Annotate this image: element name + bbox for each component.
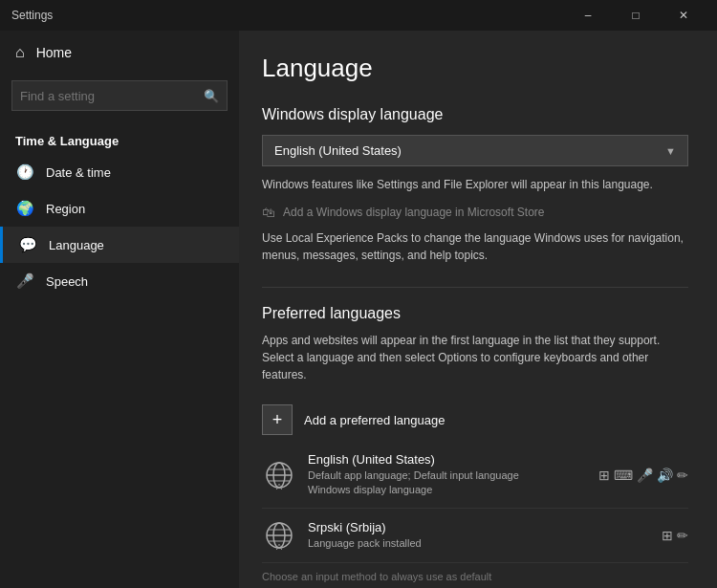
lang-subtitle-english: Default app language; Default input lang… [308,468,587,498]
search-container: 🔍 [0,75,239,124]
titlebar: Settings – □ ✕ [0,0,717,31]
display-lang-description: Windows features like Settings and File … [262,176,688,193]
search-icon: 🔍 [204,89,219,103]
content-area: Language Windows display language Englis… [239,31,717,588]
preferred-lang-description: Apps and websites will appear in the fir… [262,332,688,383]
region-icon: 🌍 [15,200,34,217]
search-box[interactable]: 🔍 [11,80,228,111]
mic-icon: 🎤 [637,468,653,483]
keyboard-icon: ⌨ [614,468,633,483]
store-link-text: Add a Windows display language in Micros… [283,206,544,219]
language-item-english[interactable]: A English (United States) Default app la… [262,443,688,509]
home-nav-item[interactable]: ⌂ Home [0,31,239,75]
sidebar-item-date-time[interactable]: 🕐 Date & time [0,154,239,190]
titlebar-title: Settings [11,9,566,22]
date-time-label: Date & time [46,165,111,180]
lang-icons-english: ⊞ ⌨ 🎤 🔊 ✏ [598,468,688,483]
speech-icon: 🎤 [15,272,34,290]
chevron-down-icon: ▼ [665,145,676,157]
section-divider [262,287,688,288]
language-label: Language [49,238,104,252]
sidebar-item-language[interactable]: 💬 Language [0,227,239,263]
titlebar-controls: – □ ✕ [566,0,706,31]
windows-icon: ⊞ [598,468,610,483]
local-experience-description: Use Local Experience Packs to change the… [262,229,688,264]
add-lang-label: Add a preferred language [304,413,445,427]
page-title: Language [262,54,688,83]
app-container: ⌂ Home 🔍 Time & Language 🕐 Date & time 🌍… [0,31,717,588]
minimize-button[interactable]: – [566,0,610,31]
lang-subtitle-srpski: Language pack installed [308,536,650,551]
display-lang-dropdown-wrapper: English (United States) ▼ [262,135,688,166]
sidebar-item-region[interactable]: 🌍 Region [0,190,239,227]
language-icon: 💬 [18,236,37,253]
maximize-button[interactable]: □ [614,0,658,31]
sidebar: ⌂ Home 🔍 Time & Language 🕐 Date & time 🌍… [0,31,239,588]
home-label: Home [36,45,72,60]
preferred-lang-section-title: Preferred languages [262,305,688,322]
lang-info-srpski: Srpski (Srbija) Language pack installed [308,520,650,551]
handwrite-icon: ✏ [677,468,688,483]
display-lang-section-title: Windows display language [262,106,688,123]
home-icon: ⌂ [15,44,25,61]
dropdown-value: English (United States) [274,143,402,158]
close-button[interactable]: ✕ [662,0,706,31]
search-input[interactable] [20,89,204,103]
svg-text:A: A [276,542,282,552]
sidebar-item-speech[interactable]: 🎤 Speech [0,263,239,299]
lang-name-english: English (United States) [308,452,587,467]
section-label: Time & Language [0,124,239,154]
language-item-srpski[interactable]: A Srpski (Srbija) Language pack installe… [262,509,688,563]
lang-info-english: English (United States) Default app lang… [308,452,587,498]
lang-icons-srpski: ⊞ ✏ [662,528,688,543]
speech-label: Speech [46,274,88,289]
globe-icon-srpski: A [262,518,296,553]
add-icon: + [262,404,293,435]
store-link[interactable]: 🛍 Add a Windows display language in Micr… [262,205,688,220]
windows-icon-2: ⊞ [662,528,673,543]
speaker-icon: 🔊 [657,468,673,483]
input-default-hint: Choose an input method to always use as … [262,571,688,582]
date-time-icon: 🕐 [15,163,34,181]
lang-name-srpski: Srpski (Srbija) [308,520,650,534]
handwrite-icon-2: ✏ [677,528,688,543]
globe-icon-english: A [262,458,296,492]
add-preferred-language-button[interactable]: + Add a preferred language [262,397,445,443]
display-lang-dropdown[interactable]: English (United States) ▼ [262,135,688,166]
svg-text:A: A [276,482,282,491]
store-icon: 🛍 [262,205,275,220]
region-label: Region [46,202,85,216]
